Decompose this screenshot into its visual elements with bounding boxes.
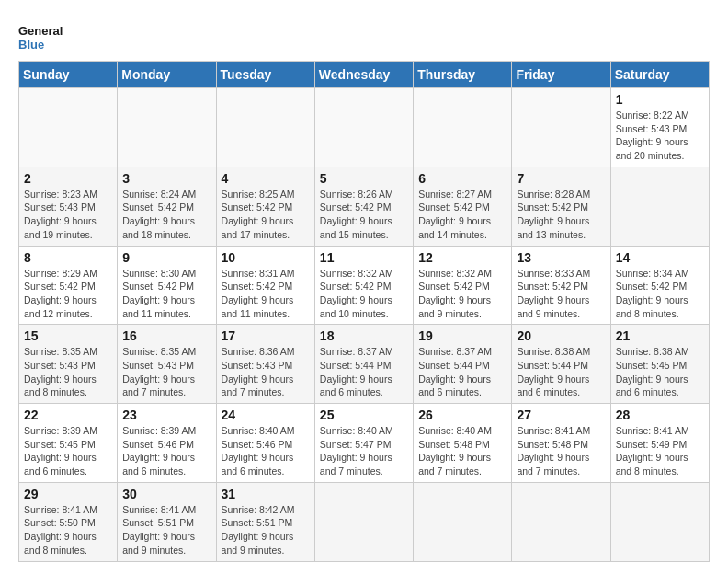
- day-info: Sunrise: 8:39 AMSunset: 5:45 PMDaylight:…: [24, 424, 112, 478]
- calendar-cell: 1 Sunrise: 8:22 AMSunset: 5:43 PMDayligh…: [610, 88, 709, 167]
- calendar-cell: 16 Sunrise: 8:35 AMSunset: 5:43 PMDaylig…: [118, 325, 216, 404]
- day-number: 10: [222, 250, 310, 265]
- day-info: Sunrise: 8:34 AMSunset: 5:42 PMDaylight:…: [616, 267, 704, 321]
- day-of-week-header: Saturday: [610, 62, 709, 88]
- calendar-cell: 25 Sunrise: 8:40 AMSunset: 5:47 PMDaylig…: [314, 404, 413, 483]
- day-number: 11: [320, 250, 408, 265]
- calendar-cell: 4 Sunrise: 8:25 AMSunset: 5:42 PMDayligh…: [216, 167, 314, 246]
- day-number: 1: [616, 92, 704, 107]
- day-number: 20: [517, 328, 605, 343]
- calendar-cell: [610, 482, 709, 561]
- day-number: 6: [418, 171, 506, 186]
- day-number: 15: [24, 328, 112, 343]
- day-number: 24: [222, 408, 310, 422]
- calendar-cell: [414, 482, 512, 561]
- day-number: 18: [320, 328, 408, 343]
- day-info: Sunrise: 8:41 AMSunset: 5:51 PMDaylight:…: [122, 503, 210, 557]
- day-number: 30: [122, 487, 210, 501]
- day-number: 25: [320, 408, 408, 422]
- calendar-cell: 6 Sunrise: 8:27 AMSunset: 5:42 PMDayligh…: [414, 167, 512, 246]
- day-number: 31: [222, 487, 310, 501]
- calendar-cell: [610, 167, 709, 246]
- day-info: Sunrise: 8:26 AMSunset: 5:42 PMDaylight:…: [320, 188, 408, 242]
- calendar-cell: 30 Sunrise: 8:41 AMSunset: 5:51 PMDaylig…: [118, 482, 216, 561]
- day-number: 17: [222, 328, 310, 343]
- calendar-cell: 29 Sunrise: 8:41 AMSunset: 5:50 PMDaylig…: [19, 482, 118, 561]
- day-number: 12: [418, 250, 506, 265]
- calendar-cell: 15 Sunrise: 8:35 AMSunset: 5:43 PMDaylig…: [19, 325, 118, 404]
- day-number: 19: [418, 328, 506, 343]
- day-info: Sunrise: 8:33 AMSunset: 5:42 PMDaylight:…: [517, 267, 605, 321]
- calendar-cell: [216, 88, 314, 167]
- day-number: 29: [24, 487, 112, 501]
- calendar-cell: 31 Sunrise: 8:42 AMSunset: 5:51 PMDaylig…: [216, 482, 314, 561]
- svg-text:General: General: [18, 24, 63, 38]
- day-of-week-header: Monday: [118, 62, 216, 88]
- day-info: Sunrise: 8:41 AMSunset: 5:50 PMDaylight:…: [24, 503, 112, 557]
- day-info: Sunrise: 8:36 AMSunset: 5:43 PMDaylight:…: [222, 345, 310, 399]
- calendar-cell: 22 Sunrise: 8:39 AMSunset: 5:45 PMDaylig…: [19, 404, 118, 483]
- calendar-cell: 14 Sunrise: 8:34 AMSunset: 5:42 PMDaylig…: [610, 246, 709, 325]
- day-number: 27: [517, 408, 605, 422]
- day-info: Sunrise: 8:41 AMSunset: 5:49 PMDaylight:…: [616, 424, 704, 478]
- calendar-cell: 28 Sunrise: 8:41 AMSunset: 5:49 PMDaylig…: [610, 404, 709, 483]
- day-number: 13: [517, 250, 605, 265]
- day-of-week-header: Sunday: [19, 62, 118, 88]
- calendar-cell: 19 Sunrise: 8:37 AMSunset: 5:44 PMDaylig…: [414, 325, 512, 404]
- day-info: Sunrise: 8:32 AMSunset: 5:42 PMDaylight:…: [320, 267, 408, 321]
- calendar-cell: 12 Sunrise: 8:32 AMSunset: 5:42 PMDaylig…: [414, 246, 512, 325]
- calendar-cell: [19, 88, 118, 167]
- calendar-cell: 17 Sunrise: 8:36 AMSunset: 5:43 PMDaylig…: [216, 325, 314, 404]
- day-info: Sunrise: 8:35 AMSunset: 5:43 PMDaylight:…: [24, 345, 112, 399]
- calendar-cell: 26 Sunrise: 8:40 AMSunset: 5:48 PMDaylig…: [414, 404, 512, 483]
- day-of-week-header: Friday: [512, 62, 610, 88]
- day-info: Sunrise: 8:42 AMSunset: 5:51 PMDaylight:…: [222, 503, 310, 557]
- day-info: Sunrise: 8:41 AMSunset: 5:48 PMDaylight:…: [517, 424, 605, 478]
- day-info: Sunrise: 8:23 AMSunset: 5:43 PMDaylight:…: [24, 188, 112, 242]
- day-info: Sunrise: 8:29 AMSunset: 5:42 PMDaylight:…: [24, 267, 112, 321]
- calendar-cell: [314, 482, 413, 561]
- svg-text:Blue: Blue: [18, 38, 44, 52]
- day-number: 14: [616, 250, 704, 265]
- calendar-cell: [314, 88, 413, 167]
- day-of-week-header: Thursday: [414, 62, 512, 88]
- day-number: 23: [122, 408, 210, 422]
- day-of-week-header: Tuesday: [216, 62, 314, 88]
- calendar-cell: 2 Sunrise: 8:23 AMSunset: 5:43 PMDayligh…: [19, 167, 118, 246]
- day-number: 3: [122, 171, 210, 186]
- calendar-cell: [118, 88, 216, 167]
- calendar-cell: [414, 88, 512, 167]
- day-info: Sunrise: 8:37 AMSunset: 5:44 PMDaylight:…: [418, 345, 506, 399]
- day-number: 16: [122, 328, 210, 343]
- calendar-cell: 5 Sunrise: 8:26 AMSunset: 5:42 PMDayligh…: [314, 167, 413, 246]
- day-number: 22: [24, 408, 112, 422]
- calendar-cell: [512, 88, 610, 167]
- day-info: Sunrise: 8:40 AMSunset: 5:46 PMDaylight:…: [222, 424, 310, 478]
- calendar-cell: 11 Sunrise: 8:32 AMSunset: 5:42 PMDaylig…: [314, 246, 413, 325]
- day-info: Sunrise: 8:25 AMSunset: 5:42 PMDaylight:…: [222, 188, 310, 242]
- logo-svg: General Blue: [18, 18, 64, 55]
- day-number: 9: [122, 250, 210, 265]
- day-info: Sunrise: 8:35 AMSunset: 5:43 PMDaylight:…: [122, 345, 210, 399]
- calendar-cell: 20 Sunrise: 8:38 AMSunset: 5:44 PMDaylig…: [512, 325, 610, 404]
- day-info: Sunrise: 8:22 AMSunset: 5:43 PMDaylight:…: [616, 109, 704, 163]
- calendar-cell: 3 Sunrise: 8:24 AMSunset: 5:42 PMDayligh…: [118, 167, 216, 246]
- day-info: Sunrise: 8:39 AMSunset: 5:46 PMDaylight:…: [122, 424, 210, 478]
- day-info: Sunrise: 8:37 AMSunset: 5:44 PMDaylight:…: [320, 345, 408, 399]
- calendar-cell: 27 Sunrise: 8:41 AMSunset: 5:48 PMDaylig…: [512, 404, 610, 483]
- day-info: Sunrise: 8:40 AMSunset: 5:48 PMDaylight:…: [418, 424, 506, 478]
- calendar-cell: 18 Sunrise: 8:37 AMSunset: 5:44 PMDaylig…: [314, 325, 413, 404]
- day-info: Sunrise: 8:27 AMSunset: 5:42 PMDaylight:…: [418, 188, 506, 242]
- day-info: Sunrise: 8:30 AMSunset: 5:42 PMDaylight:…: [122, 267, 210, 321]
- day-of-week-header: Wednesday: [314, 62, 413, 88]
- calendar-cell: 7 Sunrise: 8:28 AMSunset: 5:42 PMDayligh…: [512, 167, 610, 246]
- day-number: 21: [616, 328, 704, 343]
- calendar-table: SundayMondayTuesdayWednesdayThursdayFrid…: [18, 61, 710, 562]
- day-info: Sunrise: 8:31 AMSunset: 5:42 PMDaylight:…: [222, 267, 310, 321]
- day-info: Sunrise: 8:38 AMSunset: 5:45 PMDaylight:…: [616, 345, 704, 399]
- day-info: Sunrise: 8:40 AMSunset: 5:47 PMDaylight:…: [320, 424, 408, 478]
- day-number: 5: [320, 171, 408, 186]
- day-number: 7: [517, 171, 605, 186]
- calendar-cell: 24 Sunrise: 8:40 AMSunset: 5:46 PMDaylig…: [216, 404, 314, 483]
- calendar-cell: 10 Sunrise: 8:31 AMSunset: 5:42 PMDaylig…: [216, 246, 314, 325]
